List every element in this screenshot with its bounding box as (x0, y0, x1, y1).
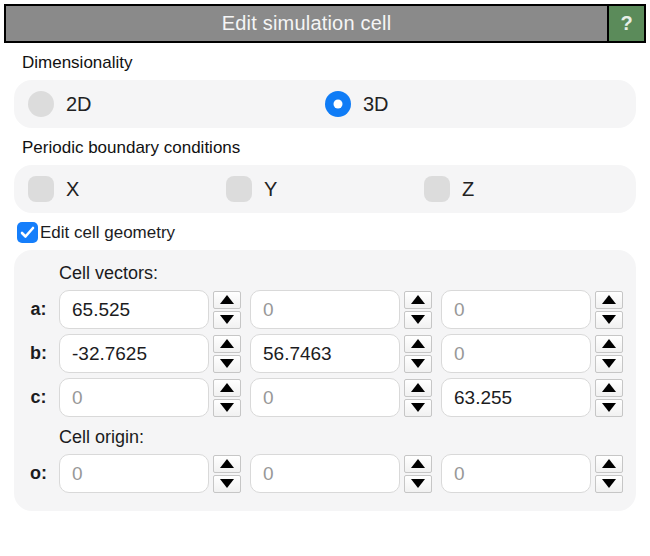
checkbox-unchecked-icon[interactable] (226, 176, 252, 202)
triangle-up-icon (602, 339, 616, 348)
triangle-down-icon (220, 359, 234, 368)
spin-down-button[interactable] (213, 475, 241, 493)
triangle-up-icon (411, 295, 425, 304)
spin-up-button[interactable] (213, 379, 241, 397)
spin-up-button[interactable] (404, 291, 432, 309)
spinner (595, 455, 623, 493)
cell-vector-b-y-input[interactable] (250, 334, 400, 373)
triangle-down-icon (411, 403, 425, 412)
cell-origin-row: o: (18, 454, 623, 493)
edit-simulation-cell-dialog: Edit simulation cell ? Dimensionality 2D… (0, 0, 650, 511)
spin-up-button[interactable] (595, 335, 623, 353)
cell-vector-c-x-input[interactable] (59, 378, 209, 417)
triangle-down-icon (602, 315, 616, 324)
row-label-b: b: (18, 343, 59, 364)
cell-vector-b-z-input[interactable] (441, 334, 591, 373)
spinner (213, 455, 241, 493)
triangle-up-icon (411, 383, 425, 392)
dimensionality-label: Dimensionality (22, 53, 646, 73)
spinner (595, 291, 623, 329)
pbc-y-label: Y (264, 178, 277, 201)
spin-down-button[interactable] (404, 311, 432, 329)
triangle-down-icon (411, 359, 425, 368)
radio-2d[interactable]: 2D (28, 91, 325, 117)
triangle-down-icon (411, 315, 425, 324)
cell-vector-b-x-input[interactable] (59, 334, 209, 373)
triangle-up-icon (411, 459, 425, 468)
spin-down-button[interactable] (213, 399, 241, 417)
radio-2d-label: 2D (66, 93, 92, 116)
spin-up-button[interactable] (404, 455, 432, 473)
spin-down-button[interactable] (404, 399, 432, 417)
cell-vector-row-c: c: (18, 378, 623, 417)
spinner (213, 291, 241, 329)
checkbox-checked-icon[interactable] (17, 222, 38, 243)
edit-cell-geometry-label: Edit cell geometry (40, 223, 175, 243)
page-title: Edit simulation cell (6, 6, 607, 41)
cell-vectors-heading: Cell vectors: (59, 263, 623, 284)
spin-up-button[interactable] (213, 335, 241, 353)
checkmark-icon (20, 226, 35, 239)
dimensionality-panel: 2D 3D (14, 80, 636, 128)
spinner (213, 379, 241, 417)
cell-origin-z-input[interactable] (441, 454, 591, 493)
spin-down-button[interactable] (213, 311, 241, 329)
cell-vector-a-y-input[interactable] (250, 290, 400, 329)
triangle-up-icon (602, 295, 616, 304)
triangle-up-icon (220, 295, 234, 304)
spin-up-button[interactable] (213, 291, 241, 309)
triangle-down-icon (602, 359, 616, 368)
triangle-up-icon (411, 339, 425, 348)
cell-origin-y-input[interactable] (250, 454, 400, 493)
radio-2d-icon[interactable] (28, 91, 54, 117)
triangle-up-icon (220, 383, 234, 392)
triangle-up-icon (220, 339, 234, 348)
spin-down-button[interactable] (595, 311, 623, 329)
triangle-down-icon (220, 315, 234, 324)
pbc-z-label: Z (462, 178, 474, 201)
pbc-label: Periodic boundary conditions (22, 138, 646, 158)
spin-up-button[interactable] (595, 455, 623, 473)
pbc-x-checkbox[interactable]: X (28, 176, 226, 202)
pbc-z-checkbox[interactable]: Z (424, 176, 622, 202)
spin-down-button[interactable] (595, 475, 623, 493)
cell-vector-a-x-input[interactable] (59, 290, 209, 329)
triangle-down-icon (411, 479, 425, 488)
radio-3d[interactable]: 3D (325, 91, 622, 117)
spin-down-button[interactable] (595, 355, 623, 373)
triangle-down-icon (220, 403, 234, 412)
cell-vector-a-z-input[interactable] (441, 290, 591, 329)
triangle-down-icon (602, 479, 616, 488)
edit-cell-geometry-checkbox[interactable]: Edit cell geometry (17, 222, 646, 243)
spinner (404, 455, 432, 493)
cell-vector-c-y-input[interactable] (250, 378, 400, 417)
checkbox-unchecked-icon[interactable] (28, 176, 54, 202)
cell-origin-heading: Cell origin: (59, 427, 623, 448)
cell-geometry-panel: Cell vectors: a: (14, 250, 636, 511)
triangle-up-icon (602, 459, 616, 468)
spin-up-button[interactable] (595, 291, 623, 309)
spin-up-button[interactable] (595, 379, 623, 397)
checkbox-unchecked-icon[interactable] (424, 176, 450, 202)
spin-down-button[interactable] (404, 355, 432, 373)
pbc-x-label: X (66, 178, 79, 201)
triangle-down-icon (220, 479, 234, 488)
triangle-up-icon (220, 459, 234, 468)
spin-up-button[interactable] (404, 335, 432, 353)
radio-3d-selected-icon[interactable] (325, 91, 351, 117)
spin-up-button[interactable] (213, 455, 241, 473)
title-bar: Edit simulation cell ? (4, 4, 646, 43)
spinner (213, 335, 241, 373)
pbc-y-checkbox[interactable]: Y (226, 176, 424, 202)
spin-up-button[interactable] (404, 379, 432, 397)
triangle-up-icon (602, 383, 616, 392)
triangle-down-icon (602, 403, 616, 412)
row-label-o: o: (18, 463, 59, 484)
spin-down-button[interactable] (404, 475, 432, 493)
spin-down-button[interactable] (595, 399, 623, 417)
help-button[interactable]: ? (607, 6, 644, 41)
cell-vector-c-z-input[interactable] (441, 378, 591, 417)
spin-down-button[interactable] (213, 355, 241, 373)
spinner (595, 335, 623, 373)
cell-origin-x-input[interactable] (59, 454, 209, 493)
